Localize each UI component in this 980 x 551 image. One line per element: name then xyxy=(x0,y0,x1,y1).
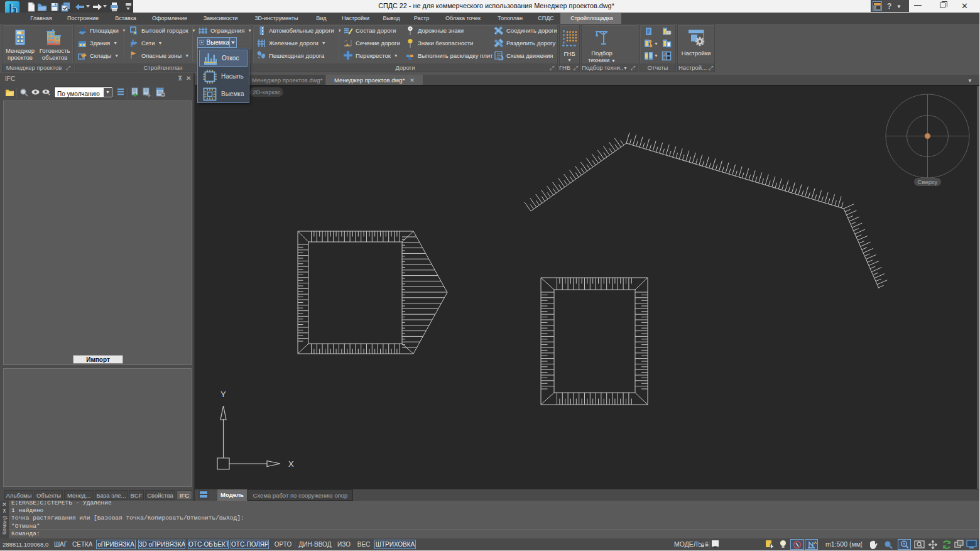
svg-text:X: X xyxy=(288,459,294,469)
svg-text:Сверху: Сверху xyxy=(918,178,938,185)
svg-text:Y: Y xyxy=(220,390,226,399)
svg-text:M: M xyxy=(663,52,666,56)
svg-text:h: h xyxy=(663,57,665,60)
